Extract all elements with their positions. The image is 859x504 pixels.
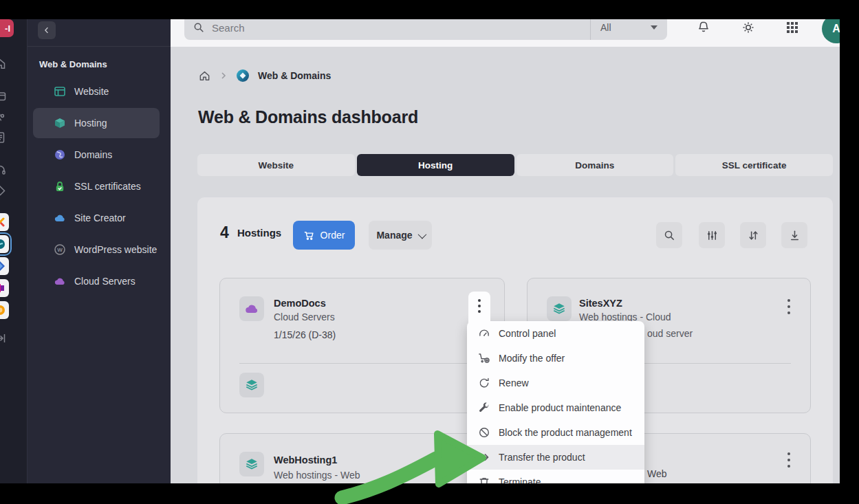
card-title[interactable]: SitesXYZ xyxy=(579,298,622,309)
apps-grid-icon[interactable] xyxy=(785,20,800,35)
tab-domains[interactable]: Domains xyxy=(517,154,674,176)
tab-hosting[interactable]: Hosting xyxy=(357,154,514,176)
padlock-icon xyxy=(54,180,66,193)
search-scope-value: All xyxy=(600,22,611,33)
app-window: -I xyxy=(0,19,840,483)
sidebar-item-site-creator[interactable]: Site Creator xyxy=(33,203,160,233)
download-button[interactable] xyxy=(781,222,807,248)
open-kebab-button[interactable] xyxy=(468,292,490,323)
hosting-card-demodocs[interactable]: DemoDocs Cloud Servers 1/15/26 (D-38) xyxy=(219,278,505,413)
home-icon[interactable] xyxy=(198,69,211,83)
tab-ssl-certificate[interactable]: SSL certificate xyxy=(675,154,833,176)
cloud-blue-icon xyxy=(54,212,66,224)
bell-icon[interactable] xyxy=(696,20,711,35)
menu-item-enable-maintenance[interactable]: Enable product maintenance xyxy=(467,395,644,420)
layers-icon xyxy=(547,296,572,321)
sign-out-icon[interactable] xyxy=(0,332,6,344)
card-line3-fragment: oud server xyxy=(647,328,693,339)
hostings-count: 4 xyxy=(220,223,229,242)
chevron-right-icon xyxy=(219,72,228,80)
card-kebab-menu[interactable] xyxy=(784,452,794,468)
wordpress-icon: W xyxy=(54,243,66,256)
menu-item-terminate[interactable]: Terminate xyxy=(467,470,644,483)
headset-icon[interactable] xyxy=(0,164,6,176)
sidebar-item-ssl[interactable]: SSL certificates xyxy=(33,171,160,201)
tag-icon[interactable] xyxy=(0,184,6,197)
menu-item-modify-offer[interactable]: Modify the offer xyxy=(467,346,644,371)
card-expiry: 1/15/26 (D-38) xyxy=(274,329,336,340)
sidebar-item-cloud-servers[interactable]: Cloud Servers xyxy=(33,266,160,296)
cloud-purple-icon xyxy=(54,275,66,287)
collapse-sidebar-button[interactable] xyxy=(38,21,56,39)
layers-icon xyxy=(239,452,264,476)
order-button[interactable]: Order xyxy=(293,221,355,250)
globe-icon xyxy=(54,149,66,161)
cube-icon xyxy=(54,117,66,129)
sidebar: Web & Domains Website Hosting Domains xyxy=(28,19,171,483)
hostings-count-label: Hostings xyxy=(237,227,281,239)
manage-button[interactable]: Manage xyxy=(369,221,432,250)
topbar: All A xyxy=(171,19,840,47)
sidebar-header xyxy=(28,19,171,47)
card-context-menu: Control panel Modify the offer Renew Ena… xyxy=(467,321,644,483)
global-search[interactable]: All xyxy=(184,19,667,40)
chevron-down-icon xyxy=(417,230,426,239)
cart-plus-icon xyxy=(478,352,490,364)
app-rail: -I xyxy=(0,19,28,483)
breadcrumb-section[interactable]: Web & Domains xyxy=(258,70,331,81)
brand-logo: -I xyxy=(0,19,14,37)
trash-icon xyxy=(478,476,490,483)
app-magenta-tile[interactable] xyxy=(0,279,9,297)
home-icon[interactable] xyxy=(0,58,6,70)
magnifier-icon xyxy=(193,21,205,34)
search-tool-button[interactable] xyxy=(656,222,682,248)
chevron-down-icon xyxy=(651,25,657,30)
menu-item-block-management[interactable]: Block the product management xyxy=(467,420,644,445)
menu-item-control-panel[interactable]: Control panel xyxy=(467,321,644,346)
card-divider xyxy=(239,363,485,364)
screenshot-stage: -I xyxy=(0,0,859,504)
arrow-right-icon xyxy=(478,451,490,463)
app-diamond-tile[interactable] xyxy=(0,257,9,275)
sort-arrows-button[interactable] xyxy=(740,222,766,248)
app-orb-tile-selected[interactable] xyxy=(0,235,9,253)
gauge-icon xyxy=(478,327,490,340)
sidebar-item-website[interactable]: Website xyxy=(33,76,160,107)
menu-item-transfer-product[interactable]: Transfer the product xyxy=(467,445,644,470)
hosting-card-webhosting1[interactable]: WebHosting1 Web hostings - Web xyxy=(219,433,505,483)
section-tabs: Website Hosting Domains SSL certificate xyxy=(197,154,833,176)
filter-sliders-button[interactable] xyxy=(699,222,725,248)
card-title-fragment: Web xyxy=(647,468,667,479)
sidebar-item-hosting[interactable]: Hosting xyxy=(33,108,160,138)
card-kebab-menu[interactable] xyxy=(784,299,794,314)
refresh-icon xyxy=(478,377,490,389)
menu-item-renew[interactable]: Renew xyxy=(467,371,644,395)
svg-text:W: W xyxy=(57,247,63,253)
card-title[interactable]: WebHosting1 xyxy=(274,454,337,465)
breadcrumb: Web & Domains xyxy=(198,69,331,83)
wrench-icon xyxy=(478,402,490,414)
sidebar-item-domains[interactable]: Domains xyxy=(33,140,160,170)
sidebar-item-wordpress[interactable]: W WordPress website xyxy=(33,234,160,265)
gear-icon[interactable] xyxy=(741,20,756,35)
orb-icon xyxy=(236,69,250,83)
cart-icon xyxy=(303,230,315,241)
search-scope-select[interactable]: All xyxy=(590,19,667,40)
card-subtitle: Cloud Servers xyxy=(274,311,335,322)
app-x-tile[interactable] xyxy=(0,213,9,231)
card-title[interactable]: DemoDocs xyxy=(274,298,326,309)
layers-icon xyxy=(239,373,264,397)
page-title: Web & Domains dashboard xyxy=(198,107,418,127)
cloud-purple-icon xyxy=(239,296,264,321)
avatar[interactable]: A xyxy=(822,19,840,43)
users-icon[interactable] xyxy=(0,111,6,123)
browser-window-icon xyxy=(54,85,66,98)
block-icon xyxy=(478,426,490,439)
sidebar-heading: Web & Domains xyxy=(39,59,107,69)
document-icon[interactable] xyxy=(0,131,6,144)
tab-website[interactable]: Website xyxy=(197,154,355,176)
app-orange-tile[interactable] xyxy=(0,301,9,319)
card-subtitle: Web hostings - Web xyxy=(274,470,360,481)
billing-card-icon[interactable] xyxy=(0,90,6,102)
